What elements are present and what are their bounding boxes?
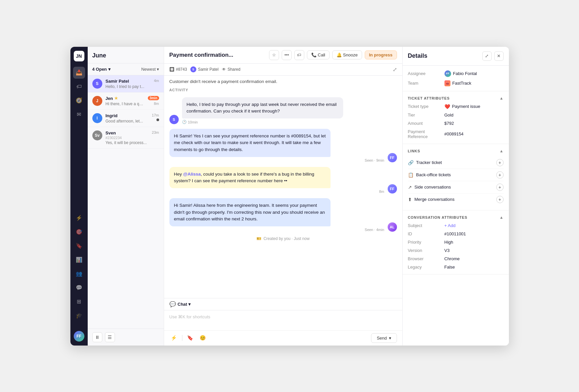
merge-label: Merge conversations — [415, 197, 496, 202]
add-merge-button[interactable]: + — [496, 196, 504, 203]
nav-graduation[interactable]: 🎓 — [73, 310, 85, 322]
list-item[interactable]: S Samir Patel Hello, I tried to pay t...… — [88, 75, 164, 93]
item-content: Jen ★ Hi there, I have a qu... — [106, 96, 145, 106]
assignee-name: Samir Patel — [198, 67, 219, 72]
bookmark-button[interactable]: 🔖 — [186, 333, 195, 343]
lightning-button[interactable]: ⚡ — [169, 333, 179, 343]
item-meta: 3min 8m — [148, 96, 159, 106]
item-meta: 23m — [152, 130, 159, 134]
browser-label: Browser — [408, 256, 444, 261]
backoffice-label: Back-office tickets — [416, 172, 496, 177]
snooze-button[interactable]: 🔔 Snooze — [332, 50, 362, 59]
assignee-avatar: FF — [444, 70, 451, 77]
nav-send[interactable]: ✉ — [73, 109, 85, 120]
open-count-label: 4 Open — [92, 67, 107, 72]
nav-lightning[interactable]: ⚡ — [73, 212, 85, 224]
item-preview: Yes, it will be process... — [106, 140, 149, 145]
subject-row: Subject + Add — [408, 223, 504, 228]
collapse-button[interactable]: ▲ — [500, 149, 504, 153]
collapse-button[interactable]: ▲ — [500, 215, 504, 220]
item-time: 8m — [154, 102, 159, 106]
collapse-button[interactable]: ▲ — [500, 96, 504, 101]
ticket-type-value: ❤️ Payment issue — [444, 104, 480, 109]
toolbar-divider — [182, 335, 182, 341]
subject-add-button[interactable]: + Add — [444, 223, 456, 228]
nav-chart[interactable]: 📊 — [73, 254, 85, 266]
send-chevron-icon: ▾ — [389, 336, 391, 341]
chevron-down-icon: ▾ — [108, 67, 111, 72]
conversation-attributes-section: CONVERSATION ATTRIBUTES ▲ Subject + Add … — [403, 210, 509, 274]
section-title: CONVERSATION ATTRIBUTES — [408, 215, 468, 219]
star-button[interactable]: ☆ — [269, 50, 279, 60]
message-content: Hello, I tried to pay through your app l… — [182, 97, 343, 119]
heart-icon: ❤️ — [444, 104, 450, 109]
tracker-label: Tracker ticket — [416, 160, 496, 165]
ticket-hash-icon: 🔲 — [169, 67, 174, 72]
link-row: 🔗 Tracker ticket + — [408, 157, 504, 169]
details-header: Details ⤢ ✕ — [403, 47, 509, 66]
item-preview: Hello, I tried to pay t... — [106, 84, 151, 89]
sidebar-footer: ⏸ ☰ — [88, 329, 164, 346]
chat-mode-label: Chat — [178, 302, 187, 307]
item-content: Samir Patel Hello, I tried to pay t... — [106, 79, 151, 89]
nav-grid[interactable]: ⊞ — [73, 296, 85, 308]
more-button[interactable]: ••• — [282, 50, 292, 60]
sort-chevron-icon: ▾ — [157, 67, 159, 72]
list-button[interactable]: ☰ — [105, 332, 115, 342]
sidebar: June 4 Open ▾ Newest ▾ S Samir Patel Hel… — [88, 47, 164, 346]
priority-label: Priority — [408, 240, 444, 245]
call-button[interactable]: 📞 Payment confirmation...Call — [307, 50, 330, 59]
mention: @Alissa — [183, 172, 201, 177]
item-badge: 3min — [148, 96, 159, 100]
app-logo[interactable]: JN — [74, 51, 84, 61]
nav-inbox[interactable]: 📥 — [73, 67, 85, 79]
nav-target[interactable]: 🎯 — [73, 226, 85, 238]
add-tracker-button[interactable]: + — [496, 159, 504, 166]
nav-bookmark[interactable]: 🔖 — [73, 240, 85, 252]
side-conv-label: Side conversations — [415, 185, 496, 190]
item-time: 4m — [154, 79, 159, 83]
expand-button[interactable]: ⤢ — [393, 66, 397, 73]
merge-icon: ⬆ — [408, 197, 412, 202]
legacy-row: Legacy False — [408, 265, 504, 270]
shared-badge: 👁 Shared — [222, 67, 241, 72]
section-header: TICKET ATTRIBUTES ▲ — [408, 96, 504, 101]
list-item[interactable]: I Ingrid Good afternoon, let... 17m — [88, 110, 164, 127]
status-button[interactable]: In progress — [365, 50, 397, 59]
eye-icon: 👁 — [222, 67, 226, 72]
close-button[interactable]: ✕ — [494, 51, 504, 61]
activity-label: ACTIVITY — [164, 85, 402, 93]
message-time: Seen · 4min — [169, 228, 384, 232]
user-avatar[interactable]: FF — [74, 331, 84, 342]
send-button[interactable]: Send ▾ — [371, 333, 397, 343]
msg-avatar: FF — [388, 153, 397, 162]
assignee-section: Assignee FF Fabio Fontal Team 🚗 FastTrac… — [403, 66, 509, 91]
emoji-button[interactable]: 😊 — [198, 333, 208, 343]
list-item[interactable]: Sv Sven #2302234 Yes, it will be process… — [88, 127, 164, 149]
chat-mode-selector[interactable]: Chat ▾ — [178, 302, 191, 307]
external-link-button[interactable]: ⤢ — [482, 51, 492, 61]
list-item[interactable]: J Jen ★ Hi there, I have a qu... 3min 8m — [88, 93, 164, 110]
clock-icon: 🕐 — [182, 120, 187, 124]
message-time: 8m — [169, 190, 384, 194]
nav-people[interactable]: 👥 — [73, 268, 85, 280]
nav-chat[interactable]: 💬 — [73, 282, 85, 294]
send-label: Send — [377, 336, 387, 341]
pause-button[interactable]: ⏸ — [92, 332, 102, 342]
assignee-row: Assignee FF Fabio Fontal — [408, 70, 504, 77]
chat-input-field[interactable]: Use ⌘K for shortcuts — [164, 310, 402, 330]
open-count-filter[interactable]: 4 Open ▾ — [92, 67, 111, 72]
id-row: ID #10011001 — [408, 231, 504, 236]
add-backoffice-button[interactable]: + — [496, 171, 504, 179]
sort-selector[interactable]: Newest ▾ — [141, 67, 159, 72]
message-bubble-wrapper: Hey @Alissa, could you take a look to se… — [169, 167, 384, 194]
tag-button[interactable]: 🏷 — [294, 50, 304, 60]
ticket-icon: 🎫 — [256, 236, 261, 241]
add-side-conv-button[interactable]: + — [496, 184, 504, 191]
chevron-down-icon: ▾ — [188, 302, 191, 307]
nav-contacts[interactable]: 🏷 — [73, 81, 85, 93]
tracker-icon: 🔗 — [408, 160, 414, 165]
nav-compass[interactable]: 🧭 — [73, 95, 85, 107]
message-row: Hi Samir! Yes I can see your payment ref… — [169, 129, 397, 162]
ticket-type-label: Ticket type — [408, 104, 444, 109]
